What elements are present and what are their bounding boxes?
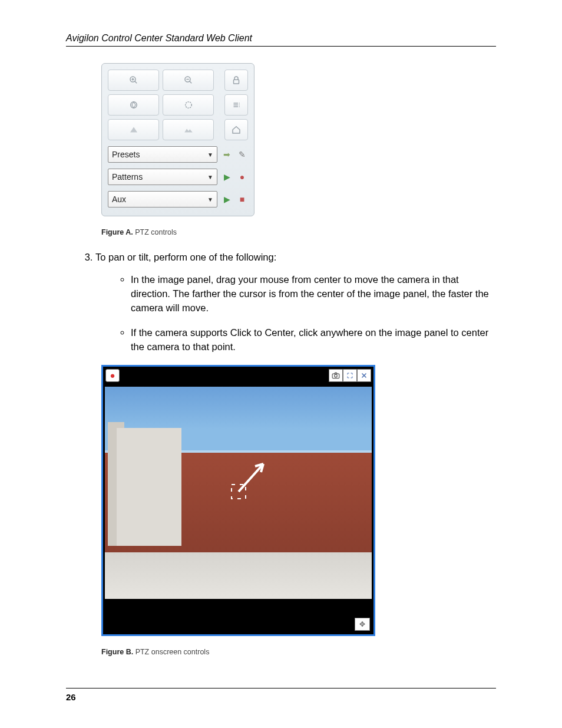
chevron-down-icon: ▼	[207, 151, 213, 158]
record-icon: ●	[110, 370, 115, 380]
aux-dropdown[interactable]: Aux ▼	[108, 191, 217, 207]
video-image-panel[interactable]: ●	[101, 365, 375, 636]
step-3-sublist: In the image panel, drag your mouse from…	[131, 273, 496, 354]
pattern-record-button[interactable]: ●	[236, 171, 248, 183]
fullscreen-icon	[346, 372, 354, 379]
camera-icon	[332, 372, 340, 379]
presets-dropdown[interactable]: Presets ▼	[108, 146, 217, 163]
pan-direction-arrow-icon	[197, 443, 280, 526]
home-button[interactable]	[224, 119, 248, 140]
figure-a-caption: Figure A. PTZ controls	[101, 228, 496, 236]
iris-open-icon	[128, 100, 139, 110]
ptz-toggle-button[interactable]: ✥	[355, 618, 370, 631]
list-icon	[231, 100, 242, 110]
aux-stop-button[interactable]: ■	[236, 193, 248, 205]
svg-point-4	[185, 102, 191, 108]
menu-button[interactable]	[224, 94, 248, 116]
zoom-in-button[interactable]	[108, 70, 159, 91]
step-3: To pan or tilt, perform one of the follo…	[95, 251, 496, 354]
iris-open-button[interactable]	[108, 94, 159, 116]
iris-close-icon	[183, 100, 194, 110]
figure-b-text: PTZ onscreen controls	[133, 648, 209, 656]
close-button[interactable]	[357, 369, 371, 382]
step-3-bullet-2: If the camera supports Click to Center, …	[131, 326, 496, 354]
figure-b-prefix: Figure B.	[101, 648, 133, 656]
aux-label: Aux	[112, 195, 126, 204]
lock-icon	[231, 75, 242, 85]
focus-near-icon	[128, 124, 139, 135]
record-indicator-button[interactable]: ●	[105, 369, 120, 382]
preset-edit-button[interactable]: ✎	[236, 149, 248, 160]
video-top-bar: ●	[105, 369, 371, 382]
presets-label: Presets	[112, 150, 140, 159]
figure-a-prefix: Figure A.	[101, 228, 133, 236]
preset-go-button[interactable]: ➡	[221, 149, 233, 160]
page-number: 26	[66, 688, 496, 702]
aux-play-button[interactable]: ▶	[221, 193, 233, 205]
svg-point-5	[239, 103, 240, 104]
step-3-bullet-1: In the image panel, drag your mouse from…	[131, 273, 496, 315]
fullscreen-button[interactable]	[343, 369, 357, 382]
close-icon	[360, 372, 368, 379]
pattern-play-button[interactable]: ▶	[221, 171, 233, 183]
lock-button[interactable]	[224, 70, 248, 91]
snapshot-button[interactable]	[329, 369, 343, 382]
chevron-down-icon: ▼	[207, 196, 213, 203]
zoom-in-icon	[128, 75, 139, 85]
ptz-control-panel: Presets ▼ ➡ ✎ Patterns ▼ ▶ ● Aux ▼ ▶ ■	[101, 63, 254, 216]
document-page: Avigilon Control Center Standard Web Cli…	[0, 0, 562, 728]
building-fg	[117, 428, 181, 546]
home-icon	[231, 124, 242, 135]
svg-point-7	[239, 106, 240, 107]
patterns-label: Patterns	[112, 172, 143, 182]
svg-point-3	[130, 102, 137, 108]
camera-feed	[105, 387, 372, 599]
ptz-icon: ✥	[359, 620, 365, 628]
svg-point-9	[335, 374, 338, 377]
focus-far-icon	[183, 124, 194, 135]
iris-close-button[interactable]	[163, 94, 214, 116]
zoom-out-icon	[183, 75, 194, 85]
patterns-dropdown[interactable]: Patterns ▼	[108, 169, 217, 185]
focus-near-button[interactable]	[108, 119, 159, 140]
figure-a-text: PTZ controls	[133, 228, 177, 236]
zoom-out-button[interactable]	[163, 70, 214, 91]
svg-rect-2	[234, 80, 239, 84]
page-header: Avigilon Control Center Standard Web Cli…	[66, 33, 496, 47]
step-3-text: To pan or tilt, perform one of the follo…	[95, 252, 276, 262]
svg-point-6	[239, 104, 240, 106]
focus-far-button[interactable]	[163, 119, 214, 140]
chevron-down-icon: ▼	[207, 174, 213, 180]
figure-b-caption: Figure B. PTZ onscreen controls	[101, 648, 496, 656]
instruction-list: To pan or tilt, perform one of the follo…	[95, 251, 496, 354]
